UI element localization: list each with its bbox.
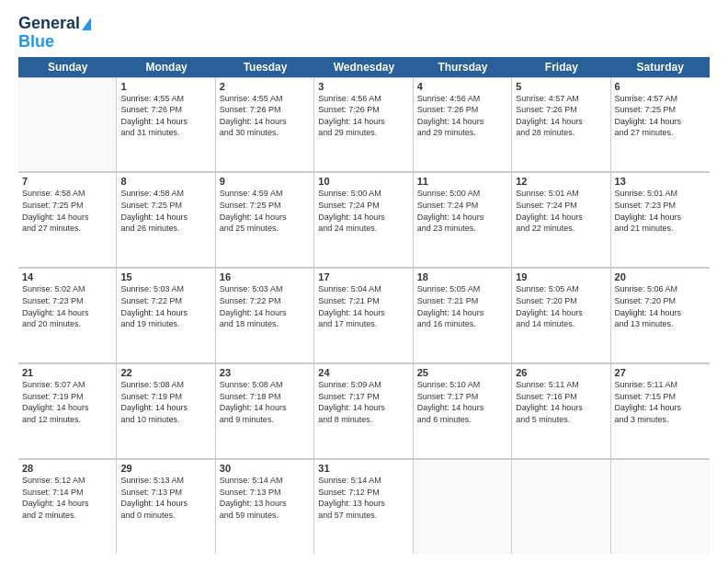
day-number: 31 [318,463,408,474]
cell-info: Sunrise: 5:00 AM Sunset: 7:24 PM Dayligh… [417,188,507,234]
cal-cell-26: 26Sunrise: 5:11 AM Sunset: 7:16 PM Dayli… [512,364,610,458]
day-number: 24 [318,367,408,378]
cell-info: Sunrise: 5:05 AM Sunset: 7:20 PM Dayligh… [516,283,606,329]
cell-info: Sunrise: 5:10 AM Sunset: 7:17 PM Dayligh… [417,379,507,425]
cal-cell-27: 27Sunrise: 5:11 AM Sunset: 7:15 PM Dayli… [611,364,710,458]
day-number: 22 [120,367,210,378]
day-number: 20 [615,271,706,282]
logo: General Blue [18,15,91,52]
cell-info: Sunrise: 5:04 AM Sunset: 7:21 PM Dayligh… [318,283,408,329]
cal-cell-10: 10Sunrise: 5:00 AM Sunset: 7:24 PM Dayli… [314,173,413,267]
cell-info: Sunrise: 5:03 AM Sunset: 7:22 PM Dayligh… [120,283,210,329]
cal-cell-1: 1Sunrise: 4:55 AM Sunset: 7:26 PM Daylig… [117,78,215,172]
cal-cell-24: 24Sunrise: 5:09 AM Sunset: 7:17 PM Dayli… [314,364,413,458]
day-number: 11 [417,176,507,187]
calendar-row-4: 28Sunrise: 5:12 AM Sunset: 7:14 PM Dayli… [18,459,710,554]
cell-info: Sunrise: 5:06 AM Sunset: 7:20 PM Dayligh… [615,283,706,329]
cal-cell-30: 30Sunrise: 5:14 AM Sunset: 7:13 PM Dayli… [216,460,314,554]
day-number: 3 [318,81,408,92]
cal-cell-13: 13Sunrise: 5:01 AM Sunset: 7:23 PM Dayli… [611,173,710,267]
cell-info: Sunrise: 5:03 AM Sunset: 7:22 PM Dayligh… [220,283,310,329]
cell-info: Sunrise: 4:57 AM Sunset: 7:26 PM Dayligh… [516,93,606,139]
cal-cell-18: 18Sunrise: 5:05 AM Sunset: 7:21 PM Dayli… [414,269,512,362]
cell-info: Sunrise: 4:58 AM Sunset: 7:25 PM Dayligh… [22,188,112,234]
day-number: 6 [615,81,706,92]
cell-info: Sunrise: 5:08 AM Sunset: 7:18 PM Dayligh… [220,379,310,425]
calendar-row-1: 7Sunrise: 4:58 AM Sunset: 7:25 PM Daylig… [18,172,710,268]
calendar-row-2: 14Sunrise: 5:02 AM Sunset: 7:23 PM Dayli… [18,268,710,363]
header-day-saturday: Saturday [611,57,710,77]
calendar-body: 1Sunrise: 4:55 AM Sunset: 7:26 PM Daylig… [18,77,710,554]
day-number: 17 [318,271,408,282]
day-number: 19 [516,271,606,282]
cal-cell-empty-0-0 [18,78,117,172]
cal-cell-4: 4Sunrise: 4:56 AM Sunset: 7:26 PM Daylig… [414,78,512,172]
day-number: 26 [516,367,606,378]
day-number: 8 [120,176,210,187]
cal-cell-16: 16Sunrise: 5:03 AM Sunset: 7:22 PM Dayli… [216,269,314,362]
cal-cell-31: 31Sunrise: 5:14 AM Sunset: 7:12 PM Dayli… [314,460,413,554]
cell-info: Sunrise: 5:14 AM Sunset: 7:12 PM Dayligh… [318,475,408,521]
cal-cell-29: 29Sunrise: 5:13 AM Sunset: 7:13 PM Dayli… [117,460,215,554]
cal-cell-7: 7Sunrise: 4:58 AM Sunset: 7:25 PM Daylig… [18,173,117,267]
cell-info: Sunrise: 5:05 AM Sunset: 7:21 PM Dayligh… [417,283,507,329]
cal-cell-11: 11Sunrise: 5:00 AM Sunset: 7:24 PM Dayli… [414,173,512,267]
cell-info: Sunrise: 4:58 AM Sunset: 7:25 PM Dayligh… [120,188,210,234]
cal-cell-15: 15Sunrise: 5:03 AM Sunset: 7:22 PM Dayli… [117,269,215,362]
cell-info: Sunrise: 5:00 AM Sunset: 7:24 PM Dayligh… [318,188,408,234]
cal-cell-22: 22Sunrise: 5:08 AM Sunset: 7:19 PM Dayli… [117,364,215,458]
header-day-tuesday: Tuesday [216,57,314,77]
header-day-friday: Friday [512,57,610,77]
cal-cell-23: 23Sunrise: 5:08 AM Sunset: 7:18 PM Dayli… [216,364,314,458]
day-number: 28 [22,463,112,474]
cell-info: Sunrise: 5:13 AM Sunset: 7:13 PM Dayligh… [120,475,210,521]
day-number: 9 [220,176,310,187]
cal-cell-2: 2Sunrise: 4:55 AM Sunset: 7:26 PM Daylig… [216,78,314,172]
day-number: 10 [318,176,408,187]
day-number: 4 [417,81,507,92]
cal-cell-8: 8Sunrise: 4:58 AM Sunset: 7:25 PM Daylig… [117,173,215,267]
day-number: 21 [22,367,112,378]
day-number: 25 [417,367,507,378]
cell-info: Sunrise: 5:08 AM Sunset: 7:19 PM Dayligh… [120,379,210,425]
cal-cell-3: 3Sunrise: 4:56 AM Sunset: 7:26 PM Daylig… [314,78,413,172]
cell-info: Sunrise: 4:56 AM Sunset: 7:26 PM Dayligh… [417,93,507,139]
cell-info: Sunrise: 5:01 AM Sunset: 7:23 PM Dayligh… [615,188,706,234]
day-number: 27 [615,367,706,378]
day-number: 16 [220,271,310,282]
calendar: SundayMondayTuesdayWednesdayThursdayFrid… [18,57,710,554]
header-day-thursday: Thursday [414,57,512,77]
cell-info: Sunrise: 4:55 AM Sunset: 7:26 PM Dayligh… [120,93,210,139]
cell-info: Sunrise: 4:56 AM Sunset: 7:26 PM Dayligh… [318,93,408,139]
cell-info: Sunrise: 4:55 AM Sunset: 7:26 PM Dayligh… [220,93,310,139]
calendar-row-3: 21Sunrise: 5:07 AM Sunset: 7:19 PM Dayli… [18,363,710,459]
cal-cell-28: 28Sunrise: 5:12 AM Sunset: 7:14 PM Dayli… [18,460,117,554]
cell-info: Sunrise: 4:59 AM Sunset: 7:25 PM Dayligh… [220,188,310,234]
calendar-row-0: 1Sunrise: 4:55 AM Sunset: 7:26 PM Daylig… [18,77,710,173]
logo-blue: Blue [18,33,54,52]
cell-info: Sunrise: 5:12 AM Sunset: 7:14 PM Dayligh… [22,475,112,521]
header: General Blue [18,15,710,52]
day-number: 29 [120,463,210,474]
day-number: 15 [120,271,210,282]
day-number: 14 [22,271,112,282]
cell-info: Sunrise: 5:11 AM Sunset: 7:15 PM Dayligh… [615,379,706,425]
cal-cell-5: 5Sunrise: 4:57 AM Sunset: 7:26 PM Daylig… [512,78,610,172]
cal-cell-empty-4-4 [414,460,512,554]
cal-cell-6: 6Sunrise: 4:57 AM Sunset: 7:25 PM Daylig… [611,78,710,172]
day-number: 5 [516,81,606,92]
cell-info: Sunrise: 5:09 AM Sunset: 7:17 PM Dayligh… [318,379,408,425]
day-number: 7 [22,176,112,187]
header-day-monday: Monday [117,57,215,77]
header-day-wednesday: Wednesday [314,57,413,77]
day-number: 30 [220,463,310,474]
day-number: 18 [417,271,507,282]
cal-cell-empty-4-6 [611,460,710,554]
cell-info: Sunrise: 5:02 AM Sunset: 7:23 PM Dayligh… [22,283,112,329]
cal-cell-9: 9Sunrise: 4:59 AM Sunset: 7:25 PM Daylig… [216,173,314,267]
cell-info: Sunrise: 4:57 AM Sunset: 7:25 PM Dayligh… [615,93,706,139]
day-number: 13 [615,176,706,187]
cell-info: Sunrise: 5:14 AM Sunset: 7:13 PM Dayligh… [220,475,310,521]
day-number: 2 [220,81,310,92]
cal-cell-19: 19Sunrise: 5:05 AM Sunset: 7:20 PM Dayli… [512,269,610,362]
